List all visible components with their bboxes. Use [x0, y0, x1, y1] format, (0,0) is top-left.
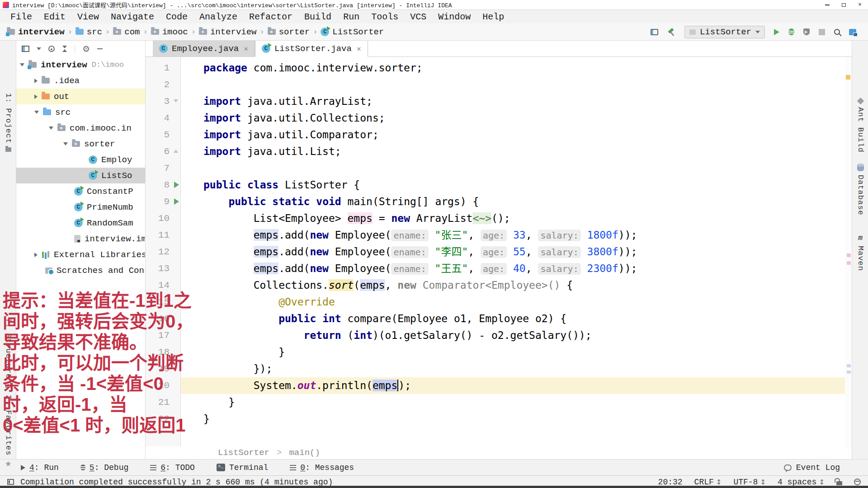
project-view-icon[interactable] — [22, 46, 29, 52]
maximize-button[interactable] — [835, 0, 852, 9]
gutter-line-number[interactable]: 8 — [146, 177, 180, 193]
breadcrumb-item-sorter[interactable]: sorter — [266, 27, 311, 37]
code-line-10[interactable]: List<Employee> emps = new ArrayList<~>()… — [203, 210, 852, 227]
gutter-line-number[interactable]: 13 — [146, 260, 180, 277]
breadcrumb-item-interview[interactable]: interview — [5, 27, 66, 37]
chevron-down-icon[interactable] — [63, 142, 68, 145]
toolwindow-icon[interactable] — [651, 29, 658, 35]
sidebar-item-maven[interactable]: m Maven — [852, 234, 868, 271]
run-button[interactable] — [774, 29, 779, 35]
breadcrumb-item-interview[interactable]: interview — [198, 27, 258, 37]
menu-item-edit[interactable]: Edit — [38, 12, 71, 22]
gutter-line-number[interactable]: 22 — [146, 411, 180, 427]
code-line-14[interactable]: Collections.sort(emps, new Comparator<Em… — [203, 277, 852, 294]
menu-item-tools[interactable]: Tools — [365, 12, 404, 22]
collapse-all-icon[interactable] — [62, 46, 67, 52]
tree-item-interview-iml[interactable]: interview.iml — [16, 231, 145, 247]
code-line-3[interactable]: import java.util.ArrayList; — [203, 93, 852, 110]
code-line-8[interactable]: public class ListSorter { — [203, 177, 852, 193]
code-line-15[interactable]: @Override — [203, 294, 852, 310]
tree-item-interview[interactable]: interviewD:\imoo — [16, 57, 145, 73]
code-line-17[interactable]: return (int)(o1.getSalary() - o2.getSala… — [203, 327, 852, 344]
code-line-19[interactable]: }); — [203, 361, 852, 377]
code-line-9[interactable]: public static void main(String[] args) { — [203, 193, 852, 210]
sidebar-item-database[interactable]: Database — [852, 164, 868, 216]
menu-item-code[interactable]: Code — [160, 12, 193, 22]
stop-button[interactable] — [819, 29, 825, 35]
code-line-1[interactable]: package com.imooc.interview.sorter; — [203, 60, 852, 76]
code-line-16[interactable]: public int compare(Employee o1, Employee… — [203, 310, 852, 327]
run-line-icon[interactable] — [174, 182, 179, 188]
tree-item-external-libraries[interactable]: External Libraries — [16, 247, 145, 263]
toolwindow-button-terminal[interactable]: Terminal — [217, 463, 268, 472]
gutter-line-number[interactable]: 14 — [146, 277, 180, 294]
menu-item-build[interactable]: Build — [298, 12, 337, 22]
gutter-line-number[interactable]: 16 — [146, 310, 180, 327]
search-icon[interactable] — [834, 29, 840, 35]
inspection-status-icon[interactable] — [846, 75, 850, 80]
code-line-12[interactable]: emps.add(new Employee(ename: "李四", age: … — [203, 244, 852, 260]
fold-marker-icon[interactable] — [174, 150, 178, 153]
line-ending-select[interactable]: CRLF↕ — [694, 478, 722, 487]
gutter-line-number[interactable]: 6 — [146, 143, 180, 160]
gutter-line-number[interactable]: 12 — [146, 244, 180, 260]
gutter-line-number[interactable]: 2 — [146, 76, 180, 93]
breadcrumb-class[interactable]: ListSorter — [218, 448, 269, 458]
sidebar-item-ant-build[interactable]: Ant Build — [852, 99, 868, 153]
menu-item-window[interactable]: Window — [432, 12, 476, 22]
code-content[interactable]: package com.imooc.interview.sorter;impor… — [181, 57, 852, 446]
code-line-20[interactable]: System.out.println(emps); — [181, 377, 852, 394]
tree-item-listso[interactable]: CListSo — [16, 168, 145, 183]
run-line-icon[interactable] — [174, 198, 179, 205]
code-editor[interactable]: 12345678910111213141516171819202122 pack… — [146, 57, 852, 446]
run-config-select[interactable]: ListSorter — [684, 26, 765, 38]
code-line-5[interactable]: import java.util.Comparator; — [203, 127, 852, 143]
menu-item-run[interactable]: Run — [337, 12, 365, 22]
toolwindow-button--todo[interactable]: 6: TODO — [150, 463, 195, 472]
code-line-18[interactable]: } — [203, 344, 852, 361]
fold-marker-icon[interactable] — [174, 99, 178, 103]
chevron-right-icon[interactable] — [34, 94, 38, 99]
gutter-line-number[interactable]: 17 — [146, 327, 180, 344]
tree-item--idea[interactable]: .idea — [16, 73, 145, 89]
chevron-right-icon[interactable] — [34, 253, 38, 257]
gutter-line-number[interactable]: 18 — [146, 344, 180, 361]
toolwindow-button--debug[interactable]: 5: Debug — [80, 463, 128, 472]
menu-item-navigate[interactable]: Navigate — [105, 12, 160, 22]
sidebar-item-structure[interactable]: 7: Structure — [0, 318, 16, 388]
gutter-line-number[interactable]: 10 — [146, 210, 180, 227]
breadcrumb-item-imooc[interactable]: imooc — [150, 27, 189, 37]
breadcrumb-method[interactable]: main() — [289, 448, 320, 458]
toolwindow-toggle-icon[interactable] — [7, 479, 14, 485]
gutter-line-number[interactable]: 20 — [146, 377, 180, 394]
menu-item-help[interactable]: Help — [476, 12, 510, 22]
close-button[interactable]: × — [852, 0, 868, 9]
indent-select[interactable]: 4 spaces↕ — [778, 478, 825, 487]
tree-item-primenumb[interactable]: CPrimeNumb — [16, 199, 145, 215]
gutter-line-number[interactable]: 4 — [146, 110, 180, 127]
debug-button[interactable] — [788, 28, 794, 35]
gutter-line-number[interactable]: 19 — [146, 361, 180, 377]
chevron-down-icon[interactable] — [34, 111, 39, 114]
menu-item-refactor[interactable]: Refactor — [243, 12, 298, 22]
tree-item-randomsam[interactable]: CRandomSam — [16, 215, 145, 231]
gutter-line-number[interactable]: 9 — [146, 193, 180, 210]
tree-item-sorter[interactable]: sorter — [16, 136, 145, 152]
code-line-11[interactable]: emps.add(new Employee(ename: "张三", age: … — [203, 227, 852, 244]
encoding-select[interactable]: UTF-8↕ — [733, 478, 766, 487]
close-icon[interactable]: ✕ — [357, 44, 361, 53]
tab-listsorter-java[interactable]: CListSorter.java✕ — [255, 41, 368, 57]
gutter-line-number[interactable]: 15 — [146, 294, 180, 310]
code-line-21[interactable]: } — [203, 394, 852, 411]
chevron-down-icon[interactable] — [20, 63, 24, 66]
editor-gutter[interactable]: 12345678910111213141516171819202122 — [146, 57, 181, 446]
menu-item-analyze[interactable]: Analyze — [193, 12, 243, 22]
gutter-line-number[interactable]: 7 — [146, 160, 180, 177]
tab-employee-java[interactable]: CEmployee.java✕ — [153, 41, 255, 56]
locate-file-icon[interactable] — [48, 46, 55, 52]
hide-panel-icon[interactable] — [97, 48, 103, 49]
project-structure-icon[interactable] — [849, 29, 856, 35]
lock-icon[interactable] — [836, 481, 842, 485]
sidebar-item-project[interactable]: 1: Project — [0, 93, 16, 152]
breadcrumb-item-src[interactable]: src — [74, 27, 104, 37]
